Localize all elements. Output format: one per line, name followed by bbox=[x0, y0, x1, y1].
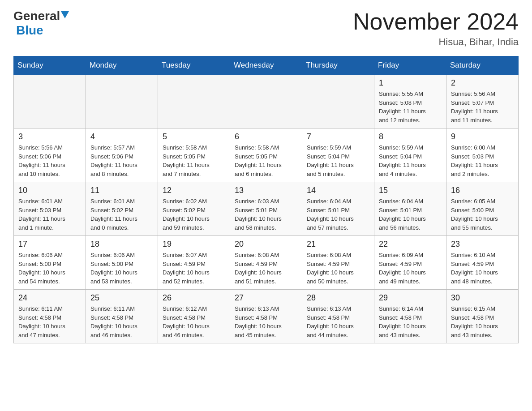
calendar-cell: 26Sunrise: 6:12 AM Sunset: 4:58 PM Dayli… bbox=[158, 290, 230, 343]
day-info: Sunrise: 6:08 AM Sunset: 4:59 PM Dayligh… bbox=[307, 251, 369, 286]
calendar-cell bbox=[14, 75, 86, 128]
day-number: 8 bbox=[379, 132, 442, 141]
day-info: Sunrise: 6:12 AM Sunset: 4:58 PM Dayligh… bbox=[163, 304, 225, 339]
weekday-header-sunday: Sunday bbox=[14, 56, 86, 75]
calendar-cell: 9Sunrise: 6:00 AM Sunset: 5:03 PM Daylig… bbox=[446, 128, 519, 182]
day-info: Sunrise: 6:10 AM Sunset: 4:59 PM Dayligh… bbox=[451, 251, 514, 286]
day-info: Sunrise: 6:01 AM Sunset: 5:02 PM Dayligh… bbox=[90, 197, 153, 232]
calendar-week-row: 17Sunrise: 6:06 AM Sunset: 5:00 PM Dayli… bbox=[14, 236, 519, 290]
day-info: Sunrise: 6:11 AM Sunset: 4:58 PM Dayligh… bbox=[18, 304, 81, 339]
calendar-cell: 12Sunrise: 6:02 AM Sunset: 5:02 PM Dayli… bbox=[158, 182, 230, 236]
day-info: Sunrise: 5:55 AM Sunset: 5:08 PM Dayligh… bbox=[379, 90, 442, 124]
calendar-cell: 24Sunrise: 6:11 AM Sunset: 4:58 PM Dayli… bbox=[14, 290, 86, 343]
day-info: Sunrise: 6:02 AM Sunset: 5:02 PM Dayligh… bbox=[163, 197, 225, 232]
calendar-cell: 7Sunrise: 5:59 AM Sunset: 5:04 PM Daylig… bbox=[302, 128, 374, 182]
calendar-cell: 19Sunrise: 6:07 AM Sunset: 4:59 PM Dayli… bbox=[158, 236, 230, 290]
day-info: Sunrise: 5:59 AM Sunset: 5:04 PM Dayligh… bbox=[307, 143, 369, 178]
day-number: 18 bbox=[90, 240, 153, 249]
day-info: Sunrise: 6:07 AM Sunset: 4:59 PM Dayligh… bbox=[163, 251, 225, 286]
svg-marker-0 bbox=[61, 11, 69, 18]
day-info: Sunrise: 6:06 AM Sunset: 5:00 PM Dayligh… bbox=[18, 251, 81, 286]
logo-blue-text: Blue bbox=[16, 23, 43, 37]
day-info: Sunrise: 6:04 AM Sunset: 5:01 PM Dayligh… bbox=[307, 197, 369, 232]
calendar-cell: 22Sunrise: 6:09 AM Sunset: 4:59 PM Dayli… bbox=[374, 236, 446, 290]
calendar-title: November 2024 bbox=[353, 9, 519, 34]
day-info: Sunrise: 5:57 AM Sunset: 5:06 PM Dayligh… bbox=[90, 143, 153, 178]
weekday-header-wednesday: Wednesday bbox=[230, 56, 302, 75]
day-info: Sunrise: 5:58 AM Sunset: 5:05 PM Dayligh… bbox=[163, 143, 225, 178]
weekday-header-saturday: Saturday bbox=[446, 56, 519, 75]
day-number: 19 bbox=[163, 240, 225, 249]
logo-arrow-icon bbox=[61, 11, 69, 20]
day-number: 13 bbox=[235, 186, 297, 195]
calendar-cell: 17Sunrise: 6:06 AM Sunset: 5:00 PM Dayli… bbox=[14, 236, 86, 290]
day-info: Sunrise: 5:59 AM Sunset: 5:04 PM Dayligh… bbox=[379, 143, 442, 178]
day-number: 21 bbox=[307, 240, 369, 249]
calendar-cell: 13Sunrise: 6:03 AM Sunset: 5:01 PM Dayli… bbox=[230, 182, 302, 236]
day-info: Sunrise: 6:03 AM Sunset: 5:01 PM Dayligh… bbox=[235, 197, 297, 232]
calendar-cell: 1Sunrise: 5:55 AM Sunset: 5:08 PM Daylig… bbox=[374, 75, 446, 128]
day-info: Sunrise: 6:14 AM Sunset: 4:58 PM Dayligh… bbox=[379, 304, 442, 339]
weekday-header-row: SundayMondayTuesdayWednesdayThursdayFrid… bbox=[14, 56, 519, 75]
calendar-cell: 28Sunrise: 6:13 AM Sunset: 4:58 PM Dayli… bbox=[302, 290, 374, 343]
day-number: 25 bbox=[90, 293, 153, 303]
weekday-header-monday: Monday bbox=[86, 56, 158, 75]
calendar-cell bbox=[86, 75, 158, 128]
calendar-cell: 3Sunrise: 5:56 AM Sunset: 5:06 PM Daylig… bbox=[14, 128, 86, 182]
day-info: Sunrise: 5:58 AM Sunset: 5:05 PM Dayligh… bbox=[235, 143, 297, 178]
calendar-cell: 8Sunrise: 5:59 AM Sunset: 5:04 PM Daylig… bbox=[374, 128, 446, 182]
calendar-cell: 14Sunrise: 6:04 AM Sunset: 5:01 PM Dayli… bbox=[302, 182, 374, 236]
day-number: 1 bbox=[379, 78, 442, 88]
day-info: Sunrise: 6:09 AM Sunset: 4:59 PM Dayligh… bbox=[379, 251, 442, 286]
day-number: 3 bbox=[18, 132, 81, 141]
day-number: 24 bbox=[18, 293, 81, 303]
day-info: Sunrise: 6:08 AM Sunset: 4:59 PM Dayligh… bbox=[235, 251, 297, 286]
weekday-header-friday: Friday bbox=[374, 56, 446, 75]
calendar-cell: 6Sunrise: 5:58 AM Sunset: 5:05 PM Daylig… bbox=[230, 128, 302, 182]
day-info: Sunrise: 6:15 AM Sunset: 4:58 PM Dayligh… bbox=[451, 304, 514, 339]
calendar-cell: 23Sunrise: 6:10 AM Sunset: 4:59 PM Dayli… bbox=[446, 236, 519, 290]
calendar-cell: 18Sunrise: 6:06 AM Sunset: 5:00 PM Dayli… bbox=[86, 236, 158, 290]
day-number: 16 bbox=[451, 186, 514, 195]
day-number: 20 bbox=[235, 240, 297, 249]
day-number: 5 bbox=[163, 132, 225, 141]
day-info: Sunrise: 6:13 AM Sunset: 4:58 PM Dayligh… bbox=[235, 304, 297, 339]
page-header: General Blue November 2024 Hisua, Bihar,… bbox=[13, 9, 519, 48]
day-info: Sunrise: 6:13 AM Sunset: 4:58 PM Dayligh… bbox=[307, 304, 369, 339]
calendar-table: SundayMondayTuesdayWednesdayThursdayFrid… bbox=[13, 56, 519, 343]
day-number: 14 bbox=[307, 186, 369, 195]
day-number: 10 bbox=[18, 186, 81, 195]
day-info: Sunrise: 5:56 AM Sunset: 5:07 PM Dayligh… bbox=[451, 90, 514, 124]
calendar-cell bbox=[230, 75, 302, 128]
day-number: 28 bbox=[307, 293, 369, 303]
day-number: 17 bbox=[18, 240, 81, 249]
day-info: Sunrise: 6:01 AM Sunset: 5:03 PM Dayligh… bbox=[18, 197, 81, 232]
calendar-subtitle: Hisua, Bihar, India bbox=[353, 36, 519, 48]
day-number: 7 bbox=[307, 132, 369, 141]
calendar-cell: 29Sunrise: 6:14 AM Sunset: 4:58 PM Dayli… bbox=[374, 290, 446, 343]
weekday-header-tuesday: Tuesday bbox=[158, 56, 230, 75]
day-number: 15 bbox=[379, 186, 442, 195]
day-number: 9 bbox=[451, 132, 514, 141]
day-info: Sunrise: 6:05 AM Sunset: 5:00 PM Dayligh… bbox=[451, 197, 514, 232]
day-number: 23 bbox=[451, 240, 514, 249]
day-info: Sunrise: 5:56 AM Sunset: 5:06 PM Dayligh… bbox=[18, 143, 81, 178]
calendar-cell: 30Sunrise: 6:15 AM Sunset: 4:58 PM Dayli… bbox=[446, 290, 519, 343]
day-number: 29 bbox=[379, 293, 442, 303]
calendar-cell: 2Sunrise: 5:56 AM Sunset: 5:07 PM Daylig… bbox=[446, 75, 519, 128]
day-number: 11 bbox=[90, 186, 153, 195]
logo-general-text: General bbox=[13, 9, 60, 23]
day-number: 22 bbox=[379, 240, 442, 249]
day-number: 30 bbox=[451, 293, 514, 303]
day-info: Sunrise: 6:06 AM Sunset: 5:00 PM Dayligh… bbox=[90, 251, 153, 286]
calendar-week-row: 3Sunrise: 5:56 AM Sunset: 5:06 PM Daylig… bbox=[14, 128, 519, 182]
title-block: November 2024 Hisua, Bihar, India bbox=[353, 9, 519, 48]
calendar-cell bbox=[158, 75, 230, 128]
calendar-cell: 5Sunrise: 5:58 AM Sunset: 5:05 PM Daylig… bbox=[158, 128, 230, 182]
calendar-cell: 4Sunrise: 5:57 AM Sunset: 5:06 PM Daylig… bbox=[86, 128, 158, 182]
day-number: 12 bbox=[163, 186, 225, 195]
calendar-week-row: 10Sunrise: 6:01 AM Sunset: 5:03 PM Dayli… bbox=[14, 182, 519, 236]
calendar-cell: 15Sunrise: 6:04 AM Sunset: 5:01 PM Dayli… bbox=[374, 182, 446, 236]
calendar-week-row: 1Sunrise: 5:55 AM Sunset: 5:08 PM Daylig… bbox=[14, 75, 519, 128]
calendar-cell: 21Sunrise: 6:08 AM Sunset: 4:59 PM Dayli… bbox=[302, 236, 374, 290]
